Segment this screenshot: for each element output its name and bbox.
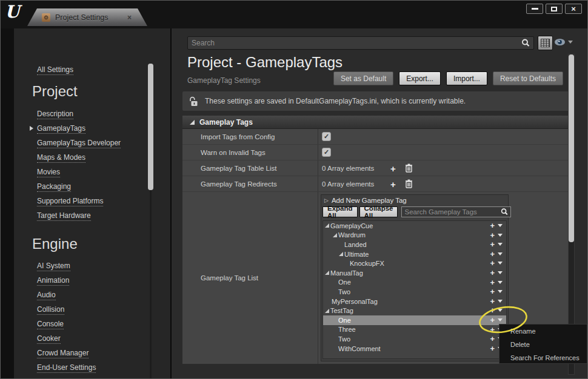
tag-search-bar[interactable] <box>401 206 511 217</box>
expand-arrow-icon[interactable] <box>333 233 337 237</box>
expand-arrow-icon[interactable] <box>325 271 329 275</box>
sidebar-item-console[interactable]: Console <box>37 320 64 329</box>
sidebar-item-animation[interactable]: Animation <box>37 276 69 286</box>
tag-options-icon[interactable] <box>498 243 503 246</box>
tag-row[interactable]: Wardrum+ <box>323 231 506 240</box>
sidebar-item-supported-platforms[interactable]: Supported Platforms <box>37 197 103 206</box>
maximize-button[interactable] <box>546 4 563 14</box>
add-subtag-icon[interactable]: + <box>490 222 495 229</box>
visibility-dropdown[interactable] <box>554 38 573 46</box>
menu-item-rename[interactable]: Rename <box>499 325 587 338</box>
sidebar-item-collision[interactable]: Collision <box>37 305 64 315</box>
sidebar-item-end-user-settings[interactable]: End-User Settings <box>37 363 96 373</box>
sidebar-item-gameplaytags-developer[interactable]: GameplayTags Developer <box>37 139 121 148</box>
add-subtag-icon[interactable]: + <box>490 316 495 324</box>
sidebar-item-gameplaytags[interactable]: GameplayTags <box>37 124 85 134</box>
tag-options-icon[interactable] <box>498 290 503 293</box>
tag-row[interactable]: Three+ <box>323 325 506 335</box>
add-array-element-icon[interactable]: + <box>390 179 396 188</box>
tag-options-icon[interactable] <box>498 271 503 274</box>
sidebar-scrollbar-thumb[interactable] <box>148 64 153 190</box>
tag-row[interactable]: MyPersonalTag+ <box>323 297 506 306</box>
section-expand-arrow-icon <box>190 120 195 125</box>
sidebar-item-audio[interactable]: Audio <box>37 291 56 300</box>
add-subtag-icon[interactable]: + <box>490 240 495 248</box>
menu-item-delete[interactable]: Delete <box>499 338 587 351</box>
add-subtag-icon[interactable]: + <box>490 297 495 305</box>
collapse-all-button[interactable]: Collapse All <box>359 206 398 217</box>
sidebar-item-movies[interactable]: Movies <box>37 168 60 177</box>
tag-row[interactable]: Two+ <box>323 334 506 344</box>
page-title: Project - GameplayTags <box>187 54 342 71</box>
sidebar-item-crowd-manager[interactable]: Crowd Manager <box>37 349 89 358</box>
main-scrollbar-thumb[interactable] <box>569 54 574 242</box>
export-button[interactable]: Export... <box>399 71 441 85</box>
tag-options-icon[interactable] <box>498 300 503 303</box>
tag-label: Two <box>338 288 350 295</box>
minimize-button[interactable] <box>526 4 543 14</box>
sidebar-item-all-settings[interactable]: All Settings <box>37 65 73 75</box>
selected-item-arrow-icon <box>30 126 33 131</box>
tag-options-icon[interactable] <box>498 262 503 265</box>
tag-options-icon[interactable] <box>498 252 503 255</box>
add-subtag-icon[interactable]: + <box>490 344 495 352</box>
gear-box-icon: ⚙ <box>42 13 50 22</box>
tag-row[interactable]: TestTag+ <box>323 306 506 315</box>
add-subtag-icon[interactable]: + <box>490 288 495 295</box>
close-button[interactable]: × <box>565 4 582 14</box>
section-gameplay-tags[interactable]: Gameplay Tags <box>182 116 568 129</box>
add-subtag-icon[interactable]: + <box>490 231 495 239</box>
tag-row[interactable]: One+ <box>323 278 506 288</box>
sidebar-item-ai-system[interactable]: AI System <box>37 262 70 271</box>
tag-label: Three <box>338 326 356 333</box>
tag-row[interactable]: Two+ <box>323 287 506 297</box>
tab-close-icon[interactable]: × <box>127 14 132 21</box>
expand-arrow-icon[interactable] <box>325 309 329 313</box>
window-controls: × <box>526 4 582 14</box>
import-tags-checkbox[interactable]: ✓ <box>322 132 331 141</box>
add-subtag-icon[interactable]: + <box>490 250 495 258</box>
tag-row[interactable]: WithComment+ <box>323 344 506 354</box>
collapsed-arrow-icon[interactable]: ▷ <box>324 197 329 203</box>
menu-item-search-for-references[interactable]: Search For References <box>499 351 587 364</box>
add-subtag-icon[interactable]: + <box>490 278 495 286</box>
sidebar-item-cooker[interactable]: Cooker <box>37 334 61 344</box>
tag-options-icon[interactable] <box>498 309 503 312</box>
expand-all-button[interactable]: Expand All <box>322 206 358 217</box>
tab-project-settings[interactable]: ⚙ Project Settings × <box>27 8 147 26</box>
import-button[interactable]: Import... <box>446 71 487 85</box>
trash-icon[interactable] <box>405 163 413 175</box>
set-as-default-button[interactable]: Set as Default <box>333 71 393 85</box>
tag-row[interactable]: ManualTag+ <box>323 268 506 278</box>
sidebar-item-description[interactable]: Description <box>37 110 73 119</box>
add-subtag-icon[interactable]: + <box>490 306 495 314</box>
tag-row[interactable]: KnockupFX+ <box>323 259 506 268</box>
add-array-element-icon[interactable]: + <box>390 163 396 173</box>
trash-icon[interactable] <box>405 179 413 191</box>
warn-invalid-checkbox[interactable]: ✓ <box>322 148 331 157</box>
add-subtag-icon[interactable]: + <box>490 269 495 277</box>
settings-search-bar[interactable] <box>187 36 534 50</box>
add-subtag-icon[interactable]: + <box>490 335 495 343</box>
tag-options-icon[interactable] <box>498 281 503 284</box>
grid-view-button[interactable] <box>538 36 553 50</box>
expand-arrow-icon[interactable] <box>339 252 343 256</box>
reset-to-defaults-button[interactable]: Reset to Defaults <box>493 71 563 85</box>
tag-search-input[interactable] <box>402 208 500 216</box>
sidebar-item-maps-modes[interactable]: Maps & Modes <box>37 153 85 163</box>
expand-arrow-icon[interactable] <box>325 223 329 228</box>
sidebar-item-packaging[interactable]: Packaging <box>37 182 71 192</box>
tag-options-icon[interactable] <box>498 234 503 237</box>
add-new-gameplay-tag[interactable]: ▷ Add New Gameplay Tag <box>321 195 508 205</box>
tag-row-selected[interactable]: One+ <box>323 315 506 325</box>
tag-row[interactable]: Landed+ <box>323 240 506 249</box>
add-subtag-icon[interactable]: + <box>490 326 495 334</box>
tag-label: One <box>338 317 351 324</box>
tag-row[interactable]: Ultimate+ <box>323 249 506 259</box>
tag-options-icon[interactable] <box>498 318 503 321</box>
tag-row[interactable]: GameplayCue+ <box>323 221 506 231</box>
search-input[interactable] <box>188 39 521 47</box>
tag-options-icon[interactable] <box>498 224 503 227</box>
add-subtag-icon[interactable]: + <box>490 259 495 267</box>
sidebar-item-target-hardware[interactable]: Target Hardware <box>37 211 91 221</box>
